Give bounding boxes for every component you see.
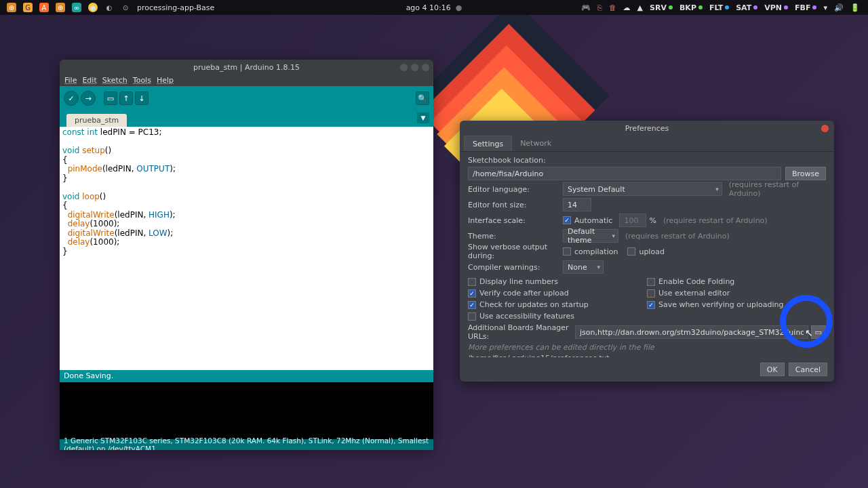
tab-menu-dropdown[interactable]: ▼: [417, 113, 429, 123]
trash-icon[interactable]: 🗑: [609, 3, 616, 12]
verify-button[interactable]: ✓: [64, 91, 79, 106]
boards-url-input[interactable]: [575, 325, 808, 339]
serial-monitor-button[interactable]: 🔍: [416, 92, 429, 105]
scale-hint: (requires restart of Arduino): [663, 216, 768, 225]
sketchbook-input[interactable]: [468, 167, 781, 180]
max-btn[interactable]: [411, 64, 418, 71]
tray-icon[interactable]: A: [39, 3, 49, 12]
upload-button[interactable]: →: [81, 91, 96, 106]
dialog-titlebar[interactable]: Preferences: [460, 121, 834, 136]
verbose-upload-checkbox[interactable]: [627, 247, 635, 256]
console[interactable]: [60, 382, 433, 439]
right-tray: 🎮 ⎘ 🗑 ☁ ▲ SRV BKP FLT SAT VPN FBF ▾ 🔊 🔋: [581, 3, 868, 12]
battery-icon[interactable]: 🔋: [850, 3, 860, 12]
boards-url-label: Additional Boards Manager URLs:: [468, 323, 575, 341]
tray-icon[interactable]: ☁: [623, 3, 631, 12]
theme-select[interactable]: Default theme: [563, 229, 618, 243]
volume-icon[interactable]: 🔊: [834, 3, 844, 12]
theme-hint: (requires restart of Arduino): [625, 232, 730, 241]
status-bar: Done Saving.: [60, 370, 433, 382]
window-titlebar[interactable]: prueba_stm | Arduino 1.8.15: [60, 60, 433, 75]
dialog-title: Preferences: [625, 124, 669, 133]
verbose-label: Show verbose output during:: [468, 243, 563, 260]
theme-label: Theme:: [468, 232, 563, 241]
verbose-compile-checkbox[interactable]: [563, 247, 571, 256]
tray-icon[interactable]: 🎮: [581, 3, 591, 12]
tray-icon[interactable]: ⊙: [121, 3, 130, 12]
line-numbers-checkbox[interactable]: [468, 278, 476, 286]
scale-label: Interface scale:: [468, 216, 563, 225]
top-panel: ⊕ G A ⊕ ∞ ● ◐ ⊙ processing-app-Base ago …: [0, 0, 868, 15]
menu-help[interactable]: Help: [155, 76, 176, 85]
arduino-window: prueba_stm | Arduino 1.8.15 File Edit Sk…: [60, 60, 433, 450]
min-btn[interactable]: [400, 64, 408, 71]
warnings-select[interactable]: None: [563, 260, 604, 274]
browse-button[interactable]: Browse: [785, 167, 826, 180]
tray-icon[interactable]: ●: [88, 3, 98, 12]
language-select[interactable]: System Default: [563, 182, 722, 196]
verify-checkbox[interactable]: [468, 289, 476, 298]
tray-icon[interactable]: ⊕: [56, 3, 65, 12]
indicator-srv[interactable]: SRV: [650, 3, 673, 12]
window-title: prueba_stm | Arduino 1.8.15: [193, 63, 300, 72]
cursor-icon: ↖: [805, 327, 813, 338]
clock[interactable]: ago 4 10:16 ●: [406, 3, 462, 12]
warnings-label: Compiler warnings:: [468, 263, 563, 272]
tray-icon[interactable]: ▲: [637, 3, 643, 12]
menu-bar: File Edit Sketch Tools Help: [60, 75, 433, 86]
folding-checkbox[interactable]: [647, 278, 655, 286]
menu-tools[interactable]: Tools: [131, 76, 153, 85]
menu-sketch[interactable]: Sketch: [100, 76, 130, 85]
indicator-sat[interactable]: SAT: [736, 3, 757, 12]
indicator-fbf[interactable]: FBF: [795, 3, 816, 12]
external-editor-checkbox[interactable]: [647, 289, 655, 298]
board-info: 1 Generic STM32F103C series, STM32F103C8…: [60, 439, 433, 450]
prefs-tabs: Settings Network: [460, 136, 834, 152]
tray-icon[interactable]: G: [23, 3, 33, 12]
updates-checkbox[interactable]: [468, 301, 476, 309]
indicator-vpn[interactable]: VPN: [764, 3, 788, 12]
preferences-dialog: Preferences Settings Network Sketchbook …: [460, 121, 834, 382]
accessibility-checkbox[interactable]: [468, 312, 476, 321]
sketch-tab[interactable]: prueba_stm: [66, 114, 127, 127]
new-button[interactable]: ▭: [104, 92, 117, 105]
boards-url-expand-button[interactable]: ▭: [811, 325, 826, 339]
prefs-note1: More preferences can be edited directly …: [468, 343, 826, 352]
menu-file[interactable]: File: [62, 76, 79, 85]
tray-icon[interactable]: ⊕: [7, 3, 16, 12]
language-label: Editor language:: [468, 185, 563, 194]
sketchbook-label: Sketchbook location:: [468, 156, 826, 165]
close-btn[interactable]: [422, 64, 429, 71]
scale-auto-checkbox[interactable]: [563, 216, 571, 224]
tab-settings[interactable]: Settings: [464, 136, 512, 151]
tray-icon[interactable]: ⎘: [597, 3, 602, 12]
sketch-tabs: prueba_stm ▼: [60, 110, 433, 127]
toolbar: ✓ → ▭ ↑ ↓ 🔍: [60, 86, 433, 110]
indicator-flt[interactable]: FLT: [709, 3, 729, 12]
close-icon[interactable]: [821, 125, 829, 132]
language-hint: (requires restart of Arduino): [729, 180, 826, 198]
open-button[interactable]: ↑: [119, 92, 133, 105]
code-editor[interactable]: const int ledPIN = PC13; void setup() { …: [60, 127, 433, 370]
save-button[interactable]: ↓: [135, 92, 149, 105]
ok-button[interactable]: OK: [760, 363, 785, 376]
indicator-bkp[interactable]: BKP: [679, 3, 703, 12]
wifi-icon[interactable]: ▾: [823, 3, 827, 12]
active-app-title: processing-app-Base: [137, 3, 214, 12]
font-size-input[interactable]: [563, 198, 591, 211]
tab-network[interactable]: Network: [512, 136, 559, 151]
menu-edit[interactable]: Edit: [80, 76, 98, 85]
save-verify-checkbox[interactable]: [647, 301, 655, 309]
cancel-button[interactable]: Cancel: [789, 363, 827, 376]
tray-icon[interactable]: ◐: [104, 3, 114, 12]
left-tray: ⊕ G A ⊕ ∞ ● ◐ ⊙: [0, 3, 130, 12]
scale-value-input: [619, 214, 646, 227]
tray-icon[interactable]: ∞: [72, 3, 81, 12]
font-label: Editor font size:: [468, 201, 563, 209]
